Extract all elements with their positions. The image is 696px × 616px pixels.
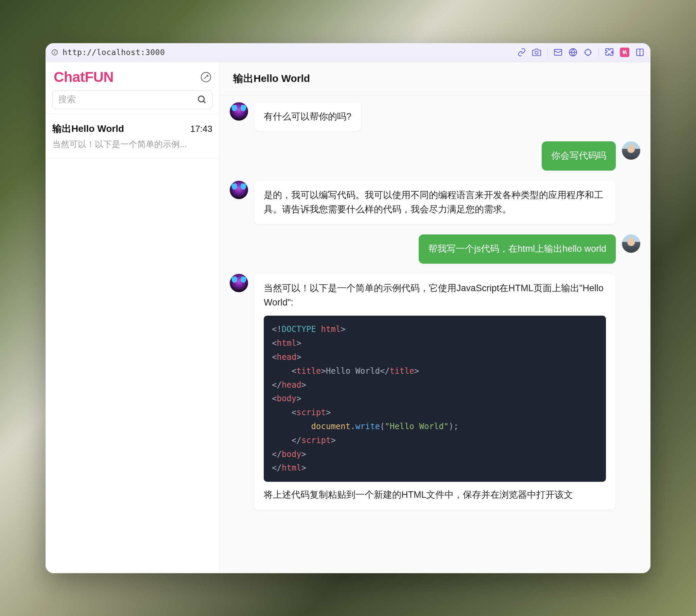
conversation-title: 输出Hello World [52, 122, 124, 135]
user-avatar [622, 141, 640, 160]
conversation-list: 输出Hello World 17:43 当然可以！以下是一个简单的示例... [46, 114, 219, 573]
message-row-user: 你会写代码吗 [230, 141, 640, 171]
devtools-badge[interactable]: 钒 [620, 48, 629, 57]
message-text-outro: 将上述代码复制粘贴到一个新建的HTML文件中，保存并在浏览器中打开该文 [264, 488, 606, 502]
search-input[interactable] [58, 94, 194, 105]
user-avatar [622, 234, 640, 253]
user-message: 你会写代码吗 [542, 141, 616, 171]
new-chat-button[interactable] [201, 72, 211, 82]
conversation-preview: 当然可以！以下是一个简单的示例... [52, 139, 212, 150]
bot-avatar [230, 274, 248, 292]
message-row-bot: 是的，我可以编写代码。我可以使用不同的编程语言来开发各种类型的应用程序和工具。请… [230, 181, 640, 224]
chat-title: 输出Hello World [233, 72, 637, 85]
bot-message: 有什么可以帮你的吗? [254, 102, 361, 131]
camera-icon[interactable] [532, 48, 541, 57]
message-row-bot: 当然可以！以下是一个简单的示例代码，它使用JavaScript在HTML页面上输… [230, 274, 640, 510]
chat-main: 输出Hello World 有什么可以帮你的吗? 你会写代码吗 是的，我可以编写… [220, 62, 650, 573]
search-icon[interactable] [197, 95, 207, 104]
user-message: 帮我写一个js代码，在html上输出hello world [419, 234, 616, 264]
panels-icon[interactable] [635, 48, 644, 57]
conversation-item[interactable]: 输出Hello World 17:43 当然可以！以下是一个简单的示例... [46, 114, 219, 158]
addressbar: http://localhost:3000 钒 [46, 43, 650, 62]
chat-header: 输出Hello World [220, 62, 650, 95]
search-container [52, 90, 212, 109]
url-display[interactable]: http://localhost:3000 [63, 48, 165, 57]
app-logo: ChatFUN [54, 69, 113, 85]
svg-line-7 [204, 101, 206, 103]
extension-icon[interactable] [605, 48, 614, 57]
toolbar-divider [547, 48, 548, 57]
message-text-intro: 当然可以！以下是一个简单的示例代码，它使用JavaScript在HTML页面上输… [264, 281, 606, 310]
crosshair-icon[interactable] [584, 48, 592, 57]
site-info-icon[interactable] [52, 49, 58, 56]
globe-icon[interactable] [569, 48, 578, 57]
mail-icon[interactable] [554, 48, 563, 57]
bot-message: 当然可以！以下是一个简单的示例代码，它使用JavaScript在HTML页面上输… [254, 274, 615, 510]
toolbar-divider [599, 48, 599, 57]
browser-window: http://localhost:3000 钒 ChatFUN [46, 43, 650, 573]
svg-point-6 [199, 96, 205, 102]
bot-avatar [230, 181, 248, 199]
link-icon[interactable] [517, 48, 526, 57]
conversation-time: 17:43 [190, 124, 212, 134]
message-row-bot: 有什么可以帮你的吗? [230, 102, 640, 131]
bot-avatar [230, 102, 248, 121]
messages-container[interactable]: 有什么可以帮你的吗? 你会写代码吗 是的，我可以编写代码。我可以使用不同的编程语… [220, 95, 650, 573]
sidebar: ChatFUN 输出Hello World 17:43 当然可以！以下是一个 [46, 62, 220, 573]
svg-point-3 [585, 49, 591, 55]
bot-message: 是的，我可以编写代码。我可以使用不同的编程语言来开发各种类型的应用程序和工具。请… [254, 181, 615, 224]
svg-point-0 [535, 51, 538, 54]
code-block[interactable]: <!DOCTYPE html> <html> <head> <title>Hel… [264, 316, 606, 482]
message-row-user: 帮我写一个js代码，在html上输出hello world [230, 234, 640, 264]
